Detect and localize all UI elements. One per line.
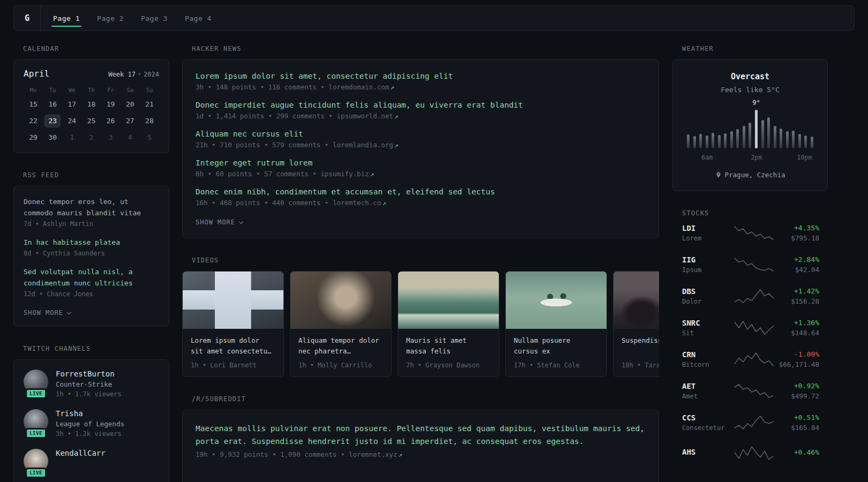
- rss-show-more-button[interactable]: SHOW MORE: [24, 309, 71, 317]
- calendar-day[interactable]: 15: [25, 98, 41, 111]
- news-meta-text: 21h • 710 points • 579 comments •: [196, 141, 328, 149]
- weather-bar: [761, 120, 764, 148]
- channel-meta: 1h • 1.7k viewers: [56, 390, 122, 398]
- rss-item[interactable]: In hac habitasse platea 8d • Cynthia Sau…: [24, 237, 159, 257]
- news-item: Aliquam nec cursus elit 21h • 710 points…: [196, 130, 646, 149]
- video-card[interactable]: Nullam posuere cursus ex 17h • Stefan Co…: [505, 271, 607, 377]
- video-card[interactable]: Mauris sit amet massa felis 7h • Grayson…: [398, 271, 499, 377]
- video-thumbnail: [506, 272, 607, 329]
- video-card[interactable]: Lorem ipsum dolor sit amet consectetu… 1…: [182, 271, 284, 377]
- calendar-day[interactable]: 23: [44, 115, 61, 127]
- twitch-channel[interactable]: LIVE KendallCarr: [24, 449, 159, 473]
- calendar-day[interactable]: 24: [64, 115, 80, 127]
- channel-name[interactable]: Trisha: [56, 409, 124, 418]
- calendar-day[interactable]: 3: [103, 131, 119, 144]
- news-link[interactable]: Donec enim nibh, condimentum et accumsan…: [196, 187, 646, 196]
- reddit-post-domain[interactable]: loremnet.xyz↗: [349, 450, 402, 458]
- calendar-day[interactable]: 4: [122, 131, 138, 144]
- video-card[interactable]: Aliquam tempor dolor nec pharetra… 1h • …: [290, 271, 392, 377]
- stock-price: $42.04: [794, 266, 819, 274]
- page-tab[interactable]: Page 3: [139, 6, 169, 31]
- news-domain-text: loremtech.co: [333, 199, 381, 207]
- video-meta: 18h • Tara: [622, 362, 659, 369]
- live-badge: LIVE: [25, 428, 47, 439]
- rss-item-title[interactable]: Donec tempor eros leo, ut commodo mauris…: [24, 198, 141, 217]
- stock-row[interactable]: LDI Lorem +4.35% $795.18: [682, 224, 819, 242]
- calendar-day[interactable]: 27: [122, 115, 138, 127]
- twitch-channel[interactable]: LIVE ForrestBurton Counter-Strike 1h • 1…: [24, 370, 159, 398]
- weather-bar: [736, 129, 739, 148]
- news-domain-text: loremdomain.com: [328, 83, 389, 91]
- news-domain-text: ipsumify.biz: [320, 170, 369, 178]
- news-domain[interactable]: loremdomain.com↗: [328, 83, 394, 91]
- stock-row[interactable]: AHS +0.46%: [682, 445, 819, 461]
- hackernews-show-more-button[interactable]: SHOW MORE: [196, 219, 243, 226]
- weather-time-label: 10pm: [797, 154, 812, 161]
- reddit-domain-text: loremnet.xyz: [349, 450, 397, 458]
- channel-name[interactable]: ForrestBurton: [56, 370, 122, 378]
- rss-item-title[interactable]: In hac habitasse platea: [24, 238, 120, 246]
- stock-row[interactable]: CRN Bitcorn -1.00% $66,171.48: [682, 350, 819, 368]
- news-link[interactable]: Lorem ipsum dolor sit amet, consectetur …: [196, 72, 646, 80]
- calendar-day-name: Fr: [101, 87, 121, 93]
- news-link[interactable]: Donec imperdiet augue tincidunt felis al…: [196, 101, 646, 109]
- page-tab[interactable]: Page 2: [95, 6, 125, 31]
- stock-row[interactable]: DBS Dolor +1.42% $156.28: [682, 287, 819, 305]
- stock-ticker: AET: [682, 382, 734, 390]
- calendar-day[interactable]: 20: [122, 98, 138, 111]
- twitch-channel[interactable]: LIVE Trisha League of Legends 3h • 1.2k …: [24, 409, 159, 438]
- stock-change: +0.51%: [791, 413, 819, 421]
- stock-change: -1.00%: [779, 350, 819, 358]
- stock-identity: DBS Dolor: [682, 287, 734, 305]
- news-link[interactable]: Aliquam nec cursus elit: [196, 130, 646, 138]
- weather-bar: [718, 135, 721, 148]
- weather-bar: [693, 136, 696, 148]
- news-link[interactable]: Integer eget rutrum lorem: [196, 159, 646, 167]
- page-tab[interactable]: Page 4: [183, 6, 213, 31]
- channel-category[interactable]: Counter-Strike: [56, 380, 122, 388]
- calendar-day[interactable]: 17: [64, 98, 80, 111]
- calendar-day[interactable]: 18: [83, 98, 99, 111]
- show-more-label: SHOW MORE: [196, 219, 235, 226]
- video-card[interactable]: Suspendisse diam 18h • Tara: [613, 271, 659, 377]
- channel-name[interactable]: KendallCarr: [56, 449, 106, 457]
- calendar-day[interactable]: 5: [141, 131, 158, 144]
- news-item: Donec imperdiet augue tincidunt felis al…: [196, 101, 646, 120]
- news-item: Lorem ipsum dolor sit amet, consectetur …: [196, 72, 646, 91]
- calendar-day[interactable]: 16: [44, 98, 61, 111]
- rss-item[interactable]: Sed volutpat nulla nisl, a condimentum n…: [24, 266, 159, 298]
- rss-item-title[interactable]: Sed volutpat nulla nisl, a condimentum n…: [24, 268, 133, 287]
- calendar-day[interactable]: 19: [103, 98, 119, 111]
- calendar-day[interactable]: 28: [141, 115, 158, 127]
- stock-row[interactable]: CCS Consectetur +0.51% $165.84: [682, 413, 819, 432]
- page-tab[interactable]: Page 1: [51, 6, 81, 31]
- channel-category[interactable]: League of Legends: [56, 420, 124, 428]
- calendar-day[interactable]: 26: [103, 115, 119, 127]
- calendar-year: 2024: [144, 71, 159, 78]
- stock-values: -1.00% $66,171.48: [779, 350, 819, 368]
- video-meta: 1h • Lori Barnett: [191, 362, 275, 369]
- calendar-day[interactable]: 30: [44, 131, 61, 144]
- news-domain[interactable]: ipsumify.biz↗: [320, 170, 374, 178]
- news-domain[interactable]: ipsumworld.net↗: [336, 112, 398, 120]
- rss-item[interactable]: Donec tempor eros leo, ut commodo mauris…: [24, 196, 159, 228]
- reddit-post-link[interactable]: Maecenas mollis pulvinar erat non posuer…: [196, 422, 646, 448]
- weather-hourly-chart[interactable]: 9°: [687, 110, 813, 148]
- stock-row[interactable]: IIG Ipsum +2.84% $42.04: [682, 255, 819, 274]
- news-domain[interactable]: loremlandia.org↗: [333, 141, 398, 149]
- app-logo[interactable]: G: [14, 6, 41, 31]
- calendar-day[interactable]: 25: [83, 115, 99, 127]
- stock-row[interactable]: SNRC Sit +1.36% $148.64: [682, 319, 819, 337]
- calendar-day[interactable]: 29: [25, 131, 41, 144]
- stock-row[interactable]: AET Amet +0.92% $499.72: [682, 382, 819, 400]
- external-link-icon: ↗: [390, 83, 394, 91]
- calendar-day[interactable]: 2: [83, 131, 99, 144]
- calendar-day[interactable]: 21: [141, 98, 158, 111]
- news-item: Donec enim nibh, condimentum et accumsan…: [196, 187, 646, 207]
- calendar-day[interactable]: 1: [64, 131, 80, 144]
- news-domain[interactable]: loremtech.co↗: [333, 199, 386, 207]
- calendar-day[interactable]: 22: [25, 115, 41, 127]
- rss-item-meta: 8d • Cynthia Saunders: [24, 250, 159, 257]
- calendar-widget: CALENDAR April Week 17•2024 MoTuWeThFrSa…: [13, 45, 169, 153]
- video-thumbnail: [290, 272, 391, 329]
